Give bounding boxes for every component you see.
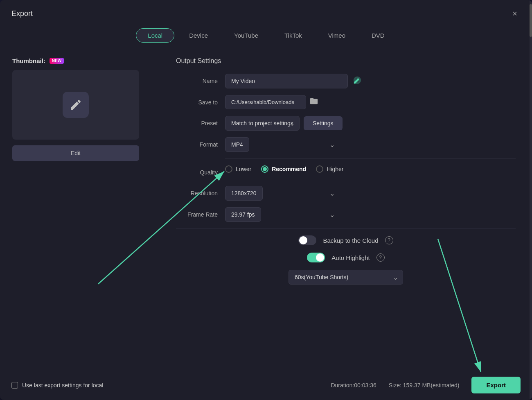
quality-row: Quality Lower Recommend Higher <box>176 165 516 179</box>
thumbnail-icon-container <box>63 92 89 118</box>
lower-label: Lower <box>236 166 251 172</box>
radio-lower[interactable] <box>225 165 232 173</box>
resolution-row: Resolution 1280x720 <box>176 186 516 201</box>
save-to-label: Save to <box>176 99 225 106</box>
new-badge: NEW <box>50 58 64 64</box>
close-button[interactable]: × <box>509 7 521 20</box>
tab-local[interactable]: Local <box>136 28 174 43</box>
backup-toggle-thumb <box>299 236 307 244</box>
last-export-row: Use last export settings for local <box>11 382 103 389</box>
format-row: Format MP4 <box>176 137 516 152</box>
folder-icon[interactable] <box>309 97 318 108</box>
auto-highlight-label: Auto Highlight <box>331 254 370 261</box>
thumbnail-header: Thumbnail: NEW <box>12 57 64 64</box>
size-text: Size: 159.37 MB(estimated) <box>389 382 460 389</box>
radio-recommend[interactable] <box>261 165 268 173</box>
settings-button[interactable]: Settings <box>304 116 343 130</box>
recommend-label: Recommend <box>272 166 306 172</box>
export-button[interactable]: Export <box>471 377 521 393</box>
quality-recommend[interactable]: Recommend <box>261 165 306 173</box>
quality-lower[interactable]: Lower <box>225 165 251 173</box>
frame-rate-select[interactable]: 29.97 fps <box>225 207 261 222</box>
duration-label: Duration: <box>331 382 354 389</box>
cloud-section: Backup to the Cloud ? Auto Highlight ? 6… <box>176 235 516 285</box>
resolution-select-wrapper: 1280x720 <box>225 186 340 201</box>
frame-rate-select-wrapper: 29.97 fps <box>225 207 340 222</box>
preset-row: Preset Match to project settings Setting… <box>176 116 516 131</box>
yt-shorts-select[interactable]: 60s(YouTube Shorts) <box>289 270 403 285</box>
resolution-label: Resolution <box>176 190 225 197</box>
thumbnail-label-text: Thumbnail: <box>12 57 45 64</box>
export-dialog: Export × Local Device YouTube TikTok Vim… <box>0 0 532 400</box>
duration-value: 00:03:36 <box>354 382 376 389</box>
name-label: Name <box>176 78 225 84</box>
quality-label: Quality <box>176 169 225 176</box>
higher-label: Higher <box>327 166 343 172</box>
size-label: Size: <box>389 382 401 389</box>
last-export-checkbox[interactable] <box>11 382 18 389</box>
format-select[interactable]: MP4 <box>225 137 249 152</box>
content-area: Thumbnail: NEW Edit Output Settings Name <box>0 49 532 370</box>
left-panel: Thumbnail: NEW Edit <box>0 49 164 370</box>
backup-help-icon[interactable]: ? <box>385 236 393 244</box>
tab-device[interactable]: Device <box>178 29 219 42</box>
format-label: Format <box>176 141 225 148</box>
backup-row: Backup to the Cloud ? <box>176 235 516 245</box>
frame-rate-label: Frame Rate <box>176 211 225 218</box>
divider2 <box>176 228 516 229</box>
divider <box>225 158 516 159</box>
auto-highlight-help-icon[interactable]: ? <box>376 253 385 262</box>
right-panel: Output Settings Name Save to <box>164 49 532 370</box>
yt-shorts-wrapper: 60s(YouTube Shorts) <box>289 270 403 285</box>
preset-select-wrapper: Match to project settings <box>225 116 300 131</box>
size-value: 159.37 MB(estimated) <box>403 382 460 389</box>
edit-button[interactable]: Edit <box>12 145 139 161</box>
tab-vimeo[interactable]: Vimeo <box>317 29 357 42</box>
dialog-title: Export <box>11 9 33 18</box>
tabs-bar: Local Device YouTube TikTok Vimeo DVD <box>0 25 532 49</box>
bottom-bar: Use last export settings for local Durat… <box>0 370 532 400</box>
preset-controls: Match to project settings Settings <box>225 116 343 131</box>
edit-pencil-icon <box>69 98 82 111</box>
preset-label: Preset <box>176 120 225 127</box>
backup-label: Backup to the Cloud <box>323 237 378 244</box>
title-bar: Export × <box>0 0 532 25</box>
save-to-row: Save to <box>176 95 516 109</box>
scrollbar[interactable] <box>530 49 532 370</box>
frame-rate-row: Frame Rate 29.97 fps <box>176 207 516 222</box>
bottom-info: Duration:00:03:36 Size: 159.37 MB(estima… <box>331 377 521 393</box>
tab-tiktok[interactable]: TikTok <box>273 29 313 42</box>
format-select-wrapper: MP4 <box>225 137 340 152</box>
duration-text: Duration:00:03:36 <box>331 382 376 389</box>
tab-dvd[interactable]: DVD <box>360 29 396 42</box>
ai-icon[interactable] <box>353 76 362 87</box>
auto-highlight-toggle[interactable] <box>307 253 325 262</box>
name-input[interactable] <box>225 74 348 88</box>
backup-toggle[interactable] <box>298 235 316 245</box>
preset-select[interactable]: Match to project settings <box>225 116 300 131</box>
name-row: Name <box>176 74 516 88</box>
save-path-input[interactable] <box>225 95 306 109</box>
last-export-label: Use last export settings for local <box>22 382 103 389</box>
quality-options: Lower Recommend Higher <box>225 165 343 173</box>
quality-higher[interactable]: Higher <box>316 165 343 173</box>
auto-highlight-row: Auto Highlight ? <box>176 253 516 262</box>
radio-higher[interactable] <box>316 165 323 173</box>
resolution-select[interactable]: 1280x720 <box>225 186 263 201</box>
tab-youtube[interactable]: YouTube <box>223 29 270 42</box>
output-settings-title: Output Settings <box>176 57 516 65</box>
thumbnail-preview <box>12 70 139 140</box>
auto-highlight-toggle-thumb <box>316 253 324 262</box>
path-row <box>225 95 318 109</box>
